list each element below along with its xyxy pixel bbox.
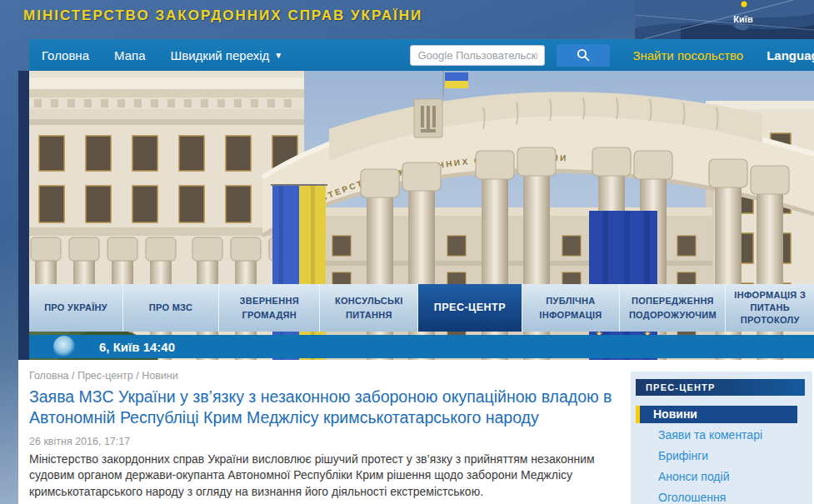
- site-search-input[interactable]: [410, 45, 545, 66]
- press-center-sidebar: ПРЕС-ЦЕНТР Новини Заяви та коментарі Бри…: [631, 372, 812, 504]
- main-nav-tabs: ПРО УКРАЇНУ ПРО МЗС ЗВЕРНЕННЯ ГРОМАДЯН К…: [29, 284, 814, 332]
- nav-item-quick-nav[interactable]: Швидкий перехід ▼: [157, 48, 295, 62]
- breadcrumb[interactable]: Головна / Прес-центр / Новини: [29, 370, 178, 382]
- ukraine-flag-banner: [271, 185, 327, 360]
- mfa-ukraine-webpage: Київ МІНІСТЕРСТВО ЗАКОРДОННИХ СПРАВ УКРА…: [0, 0, 814, 504]
- search-icon: [577, 48, 590, 62]
- top-nav-bar: Головна Мапа Швидкий перехід ▼ Знайти по…: [29, 39, 814, 71]
- sidebar-item-zayavy-ta-komentari[interactable]: Заяви та коментарі: [636, 427, 797, 444]
- status-bar: 6, Київ 14:40: [29, 335, 814, 358]
- weather-icon: [53, 336, 75, 357]
- photo-left-edge: [18, 71, 29, 364]
- tab-zvernennya-gromadyan[interactable]: ЗВЕРНЕННЯ ГРОМАДЯН: [219, 284, 321, 332]
- language-link[interactable]: Language: [767, 48, 814, 62]
- tab-poperedzhennya-podorozhuyuchym[interactable]: ПОПЕРЕДЖЕННЯ ПОДОРОЖУЮЧИМ: [620, 284, 726, 332]
- sidebar-title-pres-centr[interactable]: ПРЕС-ЦЕНТР: [636, 379, 805, 396]
- map-city-label: Київ: [733, 14, 753, 24]
- sidebar-item-anonsy-podiy[interactable]: Анонси подій: [636, 468, 797, 486]
- chevron-down-icon: ▼: [274, 52, 282, 60]
- sidebar-list: Новини Заяви та коментарі Брифінги Анонс…: [631, 406, 812, 504]
- coat-of-arms: [414, 99, 442, 137]
- article-date: 26 квітня 2016, 17:17: [29, 436, 130, 447]
- tab-pres-centr[interactable]: ПРЕС-ЦЕНТР: [418, 284, 522, 332]
- nav-item-map[interactable]: Мапа: [102, 48, 157, 62]
- tab-pro-ukrainu[interactable]: ПРО УКРАЇНУ: [29, 284, 123, 332]
- weather-city-time: 6, Київ 14:40: [99, 340, 175, 354]
- tab-informatsiya-z-pytan-protokolu[interactable]: ІНФОРМАЦІЯ З ПИТАНЬ ПРОТОКОЛУ: [726, 284, 814, 332]
- search-button[interactable]: [557, 44, 610, 67]
- map-marker-dot: [742, 2, 747, 7]
- tab-publichna-informatsiya[interactable]: ПУБЛІЧНА ІНФОРМАЦІЯ: [522, 284, 621, 332]
- sidebar-item-novyny[interactable]: Новини: [636, 406, 797, 423]
- sidebar-item-ogoloshennya[interactable]: Оголошення: [636, 489, 797, 504]
- site-title: МІНІСТЕРСТВО ЗАКОРДОННИХ СПРАВ УКРАЇНИ: [23, 7, 422, 24]
- article-body: Міністерство закордонних справ України в…: [29, 452, 619, 500]
- tab-pro-mzs[interactable]: ПРО МЗС: [123, 284, 219, 332]
- tab-konsulski-pytannya[interactable]: КОНСУЛЬСЬКІ ПИТАННЯ: [320, 284, 418, 332]
- ukraine-map-graphic: Київ: [635, 0, 814, 39]
- find-embassy-link[interactable]: Знайти посольство: [632, 48, 743, 62]
- nav-item-home[interactable]: Головна: [29, 48, 102, 62]
- article-title: Заява МЗС України у зв’язку з незаконною…: [29, 387, 612, 429]
- sidebar-item-bryfingy[interactable]: Брифінги: [636, 447, 797, 465]
